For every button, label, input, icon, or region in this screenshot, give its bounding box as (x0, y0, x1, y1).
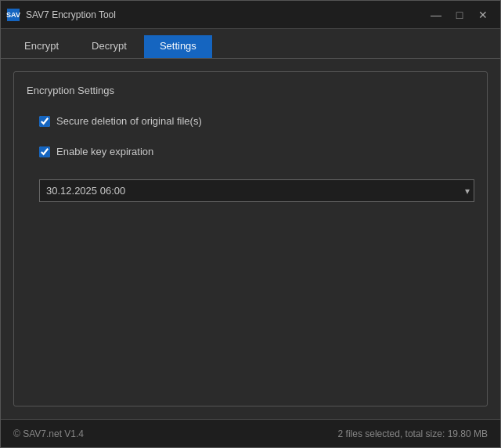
key-expiration-checkbox[interactable] (39, 146, 50, 157)
key-expiration-label[interactable]: Enable key expiration (56, 146, 153, 157)
minimize-button[interactable]: — (425, 5, 447, 24)
group-title: Encryption Settings (27, 85, 474, 96)
title-bar: SAV SAV7 Encryption Tool — □ ✕ (1, 1, 500, 29)
tab-decrypt[interactable]: Decrypt (76, 35, 142, 58)
date-select-wrapper: 30.12.2025 06:0031.12.2025 06:0001.01.20… (39, 179, 474, 202)
key-expiration-row: Enable key expiration (39, 146, 474, 157)
tab-settings[interactable]: Settings (144, 35, 212, 58)
secure-deletion-checkbox[interactable] (39, 116, 50, 127)
content-area: Encryption Settings Secure deletion of o… (1, 59, 500, 419)
date-select[interactable]: 30.12.2025 06:0031.12.2025 06:0001.01.20… (39, 179, 474, 202)
tab-encrypt[interactable]: Encrypt (9, 35, 74, 58)
tab-bar: Encrypt Decrypt Settings (1, 29, 500, 59)
secure-deletion-label[interactable]: Secure deletion of original file(s) (56, 115, 202, 127)
file-info-text: 2 files selected, total size: 19.80 MB (338, 428, 488, 439)
window-controls: — □ ✕ (425, 5, 494, 24)
window-title: SAV7 Encryption Tool (26, 9, 425, 20)
app-icon: SAV (7, 9, 20, 21)
status-bar: © SAV7.net V1.4 2 files selected, total … (1, 419, 500, 447)
maximize-button[interactable]: □ (449, 5, 470, 24)
date-row: 30.12.2025 06:0031.12.2025 06:0001.01.20… (39, 179, 474, 202)
close-button[interactable]: ✕ (472, 5, 494, 24)
secure-deletion-row: Secure deletion of original file(s) (39, 115, 474, 127)
copyright-text: © SAV7.net V1.4 (13, 428, 84, 439)
main-window: SAV SAV7 Encryption Tool — □ ✕ Encrypt D… (0, 0, 501, 448)
settings-group: Encryption Settings Secure deletion of o… (13, 71, 488, 406)
